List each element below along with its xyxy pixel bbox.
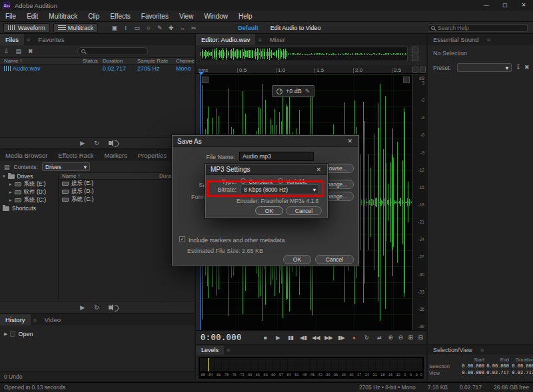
marquee-selection-tool-icon[interactable]: ▭ (131, 25, 143, 31)
view-start-value[interactable]: 0.00.000 (460, 370, 484, 376)
tab-mixer[interactable]: Mixer (265, 34, 290, 45)
preset-dropdown[interactable]: ▾ (457, 63, 512, 72)
panel-menu-icon[interactable]: ≡ (24, 37, 33, 43)
move-playhead-previous-button[interactable]: ◀▮ (297, 335, 310, 341)
skip-selection-button[interactable]: ⇄ (373, 335, 386, 341)
db-scale[interactable]: dB 3-0-3-6-9-12-15-18-21-24-27-30-33-36-… (412, 75, 426, 330)
close-icon[interactable]: ✕ (346, 138, 354, 144)
panel-menu-icon[interactable]: ≡ (478, 347, 486, 353)
tab-markers[interactable]: Markers (99, 150, 133, 161)
help-search-input[interactable] (438, 25, 518, 31)
speaker-icon[interactable] (109, 305, 111, 309)
close-icon[interactable]: ✕ (314, 166, 322, 173)
tree-item-shortcuts[interactable]: Shortcuts (0, 204, 58, 212)
fast-forward-button[interactable]: ▶▶ (322, 335, 335, 341)
selection-end-value[interactable]: 0.00.000 (484, 363, 509, 369)
maximize-button[interactable]: ▢ (496, 0, 514, 11)
record-button[interactable]: ● (348, 335, 360, 341)
tab-favorites[interactable]: Favorites (33, 34, 69, 45)
overview-zoom-icon[interactable] (412, 47, 418, 53)
channel-button[interactable] (403, 77, 410, 83)
tree-item-drive[interactable]: ▸ 软件 (D:) (0, 188, 58, 196)
lasso-selection-tool-icon[interactable]: ○ (143, 25, 154, 31)
cancel-button[interactable]: Cancel (286, 206, 322, 215)
tab-properties[interactable]: Properties (133, 150, 172, 161)
hud-edit-icon[interactable]: ✎ (305, 88, 310, 95)
waveform-overview[interactable] (200, 47, 408, 61)
stop-button[interactable]: ■ (259, 335, 272, 341)
zoom-in-horizontal-button[interactable]: ⊞ (406, 334, 416, 341)
save-preset-icon[interactable]: ↧ (516, 64, 521, 71)
healing-brush-tool-icon[interactable]: ✚ (165, 25, 177, 31)
tree-item-drives[interactable]: ▾ Drives (0, 172, 58, 180)
menu-file[interactable]: File (0, 13, 21, 20)
menu-effects[interactable]: Effects (105, 13, 135, 20)
tab-selection-view[interactable]: Selection/View (428, 345, 478, 355)
disclosure-icon[interactable]: ▸ (9, 182, 12, 187)
contents-dropdown[interactable]: Drives▾ (42, 162, 90, 171)
paintbrush-tool-icon[interactable]: ✎ (154, 25, 165, 31)
tree-item-drive[interactable]: ▸ 系统 (C:) (0, 196, 58, 204)
zoom-in-button[interactable]: ⊕ (386, 334, 396, 341)
menu-multitrack[interactable]: Multitrack (43, 13, 83, 20)
import-file-icon[interactable]: ⇩ (4, 48, 9, 55)
disclosure-icon[interactable]: ▸ (9, 198, 12, 203)
menu-view[interactable]: View (174, 13, 199, 20)
column-header[interactable]: Channels (176, 58, 195, 64)
column-header[interactable]: Name ↑ (4, 58, 83, 64)
files-search-box[interactable] (77, 47, 148, 55)
include-metadata-checkbox[interactable]: ✓ (179, 236, 185, 242)
tab-video[interactable]: Video (39, 314, 66, 325)
tab-editor-audio-wav[interactable]: Editor: Audio.wav (196, 34, 255, 45)
waveform-view-button[interactable]: Waveform (3, 23, 50, 33)
play-button[interactable]: ▶ (272, 335, 284, 341)
panel-menu-icon[interactable]: ≡ (484, 37, 493, 43)
ok-button[interactable]: OK (283, 255, 311, 264)
waveform-corner-icon[interactable] (202, 77, 209, 83)
ruler-options-icon[interactable] (420, 67, 426, 73)
menu-window[interactable]: Window (199, 13, 233, 20)
snap-magnet-icon[interactable] (412, 67, 418, 73)
zoom-out-horizontal-button[interactable]: ⊟ (416, 334, 426, 341)
close-button[interactable]: ✕ (514, 0, 533, 11)
screen-layout-icon[interactable]: ▣ (109, 25, 120, 31)
delete-file-icon[interactable]: ✖ (28, 48, 33, 55)
time-selection-tool-icon[interactable]: I (120, 25, 131, 31)
volume-knob-icon[interactable] (276, 89, 282, 95)
multitrack-view-button[interactable]: Multitrack (53, 23, 99, 33)
file-name-input[interactable]: Audio.mp3 (239, 152, 314, 161)
autoplay-icon[interactable]: ▶ (80, 304, 85, 311)
workspace-edit-audio-to-video-button[interactable]: Edit Audio to Video (270, 25, 321, 31)
autoplay-icon[interactable]: ▶ (80, 140, 85, 146)
slip-tool-icon[interactable]: ↔ (177, 25, 188, 31)
zoom-to-selection-button[interactable]: ▣ (426, 334, 426, 341)
column-header[interactable]: Sample Rate (137, 58, 176, 64)
column-header[interactable]: Duration (103, 58, 137, 64)
loop-playback-button[interactable]: ↻ (360, 335, 373, 341)
view-end-value[interactable]: 0.02.717 (484, 370, 509, 376)
view-duration-value[interactable]: 0.02.717 (509, 370, 533, 376)
tab-essential-sound[interactable]: Essential Sound (428, 34, 484, 45)
menu-clip[interactable]: Clip (83, 13, 105, 20)
variable-radio[interactable] (278, 178, 283, 184)
level-meter[interactable]: -88-84-81-78-75-72-69-66-63-60-57-54-51-… (199, 357, 424, 379)
rewind-button[interactable]: ◀◀ (310, 335, 322, 341)
panel-menu-icon[interactable]: ≡ (224, 347, 233, 353)
loop-icon[interactable]: ↻ (94, 140, 99, 146)
zoom-out-button[interactable]: ⊖ (396, 334, 406, 341)
selection-start-value[interactable]: 0.00.000 (460, 363, 484, 369)
bitrate-dropdown[interactable]: 8 Kbps (8000 Hz)▾ (241, 184, 319, 194)
help-search-box[interactable] (428, 24, 528, 32)
ok-button[interactable]: OK (255, 206, 283, 215)
tree-item-drive[interactable]: ▸ 系统 (E:) (0, 180, 58, 188)
pause-button[interactable]: ▮▮ (284, 335, 297, 341)
selection-duration-value[interactable]: 0.00.000 (509, 363, 533, 369)
disclosure-icon[interactable]: ▸ (9, 190, 12, 195)
file-row-audio-wav[interactable]: Audio.wav 0.02.717 2705 Hz Mono (4, 65, 195, 73)
tab-levels[interactable]: Levels (196, 345, 224, 355)
panel-menu-icon[interactable]: ≡ (31, 317, 39, 323)
loop-icon[interactable]: ↻ (94, 304, 99, 311)
delete-preset-icon[interactable]: ✖ (524, 64, 530, 71)
workspace-default-button[interactable]: Default (238, 25, 259, 31)
tab-media-browser[interactable]: Media Browser (0, 150, 53, 161)
